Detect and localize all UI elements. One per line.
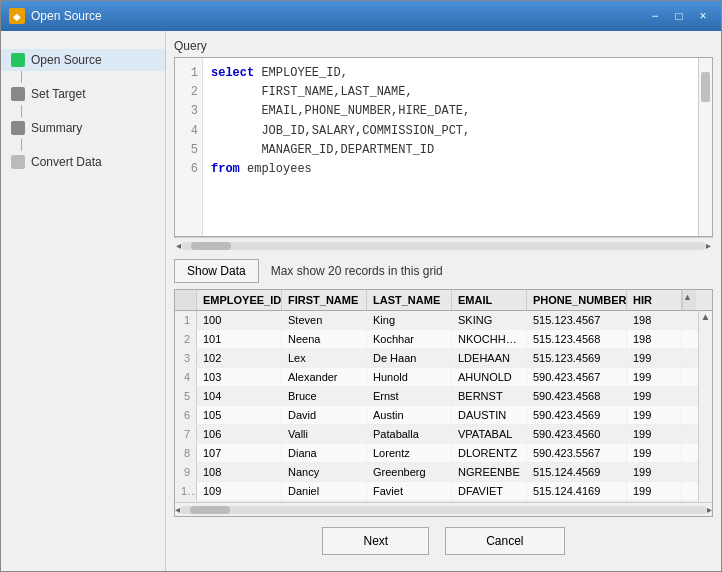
table-row[interactable]: 2 101 Neena Kochhar NKOCHHAR 515.123.456… [175, 330, 698, 349]
header-email: EMAIL [452, 290, 527, 310]
cell-row-num: 2 [175, 330, 197, 348]
main-window: ◆ Open Source − □ × Open Source Se [0, 0, 722, 572]
cell-row-num: 6 [175, 406, 197, 424]
cell-phone: 515.123.4567 [527, 311, 627, 329]
query-text-area[interactable]: select EMPLOYEE_ID, FIRST_NAME,LAST_NAME… [203, 58, 698, 236]
cell-email: AHUNOLD [452, 368, 527, 386]
cell-last-name: Kochhar [367, 330, 452, 348]
title-bar-left: ◆ Open Source [9, 8, 102, 24]
sidebar-item-summary[interactable]: Summary [1, 117, 165, 139]
cell-last-name: Faviet [367, 482, 452, 500]
app-icon: ◆ [9, 8, 25, 24]
cell-hire: 198 [627, 311, 682, 329]
sidebar-item-set-target[interactable]: Set Target [1, 83, 165, 105]
header-scroll-spacer: ▲ [682, 290, 696, 310]
h-scroll-thumb[interactable] [191, 242, 231, 250]
table-row[interactable]: 9 108 Nancy Greenberg NGREENBE 515.124.4… [175, 463, 698, 482]
table-row[interactable]: 8 107 Diana Lorentz DLORENTZ 590.423.556… [175, 444, 698, 463]
cell-email: NKOCHHAR [452, 330, 527, 348]
query-vertical-scrollbar[interactable] [698, 58, 712, 236]
cell-row-num: 7 [175, 425, 197, 443]
cell-employee-id: 105 [197, 406, 282, 424]
line-num-4: 4 [179, 122, 198, 141]
cell-phone: 590.423.4569 [527, 406, 627, 424]
cell-employee-id: 102 [197, 349, 282, 367]
sidebar-item-convert-data[interactable]: Convert Data [1, 151, 165, 173]
content-area: Open Source Set Target Summary [1, 31, 721, 571]
sidebar-item-open-source[interactable]: Open Source [1, 49, 165, 71]
header-row-num [175, 290, 197, 310]
query-scroll-thumb[interactable] [701, 72, 710, 102]
cell-email: NGREENBE [452, 463, 527, 481]
cell-hire: 199 [627, 482, 682, 500]
show-data-button[interactable]: Show Data [174, 259, 259, 283]
cell-phone: 590.423.4568 [527, 387, 627, 405]
cell-row-num: 8 [175, 444, 197, 462]
close-button[interactable]: × [693, 7, 713, 25]
table-row[interactable]: 4 103 Alexander Hunold AHUNOLD 590.423.4… [175, 368, 698, 387]
table-row[interactable]: 1 100 Steven King SKING 515.123.4567 198 [175, 311, 698, 330]
data-grid: EMPLOYEE_ID FIRST_NAME LAST_NAME EMAIL P… [174, 289, 713, 517]
table-row[interactable]: 10 109 Daniel Faviet DFAVIET 515.124.416… [175, 482, 698, 501]
cell-last-name: Austin [367, 406, 452, 424]
cell-row-num: 9 [175, 463, 197, 481]
grid-scroll-right-arrow[interactable]: ▸ [707, 504, 712, 515]
convert-data-icon [11, 155, 25, 169]
grid-h-scroll-thumb[interactable] [190, 506, 230, 514]
window-title: Open Source [31, 9, 102, 23]
sidebar-label-summary: Summary [31, 121, 82, 135]
cell-last-name: Hunold [367, 368, 452, 386]
cell-email: DAUSTIN [452, 406, 527, 424]
cell-email: BERNST [452, 387, 527, 405]
header-last-name: LAST_NAME [367, 290, 452, 310]
cell-last-name: Lorentz [367, 444, 452, 462]
minimize-button[interactable]: − [645, 7, 665, 25]
cell-first-name: Steven [282, 311, 367, 329]
grid-body[interactable]: 1 100 Steven King SKING 515.123.4567 198… [175, 311, 698, 502]
bottom-bar: Next Cancel [174, 517, 713, 563]
grid-scroll-up-arrow[interactable]: ▲ [701, 311, 711, 322]
cell-employee-id: 103 [197, 368, 282, 386]
table-row[interactable]: 7 106 Valli Pataballa VPATABAL 590.423.4… [175, 425, 698, 444]
cell-phone: 515.123.4569 [527, 349, 627, 367]
cell-email: DLORENTZ [452, 444, 527, 462]
scroll-right-arrow[interactable]: ▸ [706, 240, 711, 251]
line-num-1: 1 [179, 64, 198, 83]
cell-employee-id: 106 [197, 425, 282, 443]
cell-row-num: 1 [175, 311, 197, 329]
cell-first-name: Bruce [282, 387, 367, 405]
grid-horizontal-scroll[interactable]: ◂ ▸ [175, 502, 712, 516]
cell-first-name: Diana [282, 444, 367, 462]
maximize-button[interactable]: □ [669, 7, 689, 25]
cell-phone: 590.423.4560 [527, 425, 627, 443]
query-horizontal-scroll[interactable]: ◂ ▸ [174, 237, 713, 253]
grid-vertical-scrollbar[interactable]: ▲ [698, 311, 712, 502]
query-label: Query [174, 39, 713, 53]
cell-last-name: King [367, 311, 452, 329]
cell-hire: 199 [627, 425, 682, 443]
query-editor: 1 2 3 4 5 6 select EMPLOYEE_ID, FIRST_NA… [174, 57, 713, 237]
cell-employee-id: 108 [197, 463, 282, 481]
tree-line-1 [21, 71, 22, 83]
cell-hire: 199 [627, 349, 682, 367]
cell-row-num: 5 [175, 387, 197, 405]
cell-row-num: 10 [175, 482, 197, 500]
cell-hire: 199 [627, 406, 682, 424]
open-source-icon [11, 53, 25, 67]
cell-first-name: Alexander [282, 368, 367, 386]
table-row[interactable]: 5 104 Bruce Ernst BERNST 590.423.4568 19… [175, 387, 698, 406]
cell-phone: 515.124.4569 [527, 463, 627, 481]
title-bar: ◆ Open Source − □ × [1, 1, 721, 31]
table-row[interactable]: 3 102 Lex De Haan LDEHAAN 515.123.4569 1… [175, 349, 698, 368]
cancel-button[interactable]: Cancel [445, 527, 564, 555]
line-num-5: 5 [179, 141, 198, 160]
cell-row-num: 4 [175, 368, 197, 386]
next-button[interactable]: Next [322, 527, 429, 555]
grid-h-scroll-track [180, 506, 707, 514]
h-scroll-track [181, 242, 706, 250]
header-phone: PHONE_NUMBER [527, 290, 627, 310]
cell-employee-id: 104 [197, 387, 282, 405]
cell-first-name: Daniel [282, 482, 367, 500]
table-row[interactable]: 6 105 David Austin DAUSTIN 590.423.4569 … [175, 406, 698, 425]
cell-email: DFAVIET [452, 482, 527, 500]
